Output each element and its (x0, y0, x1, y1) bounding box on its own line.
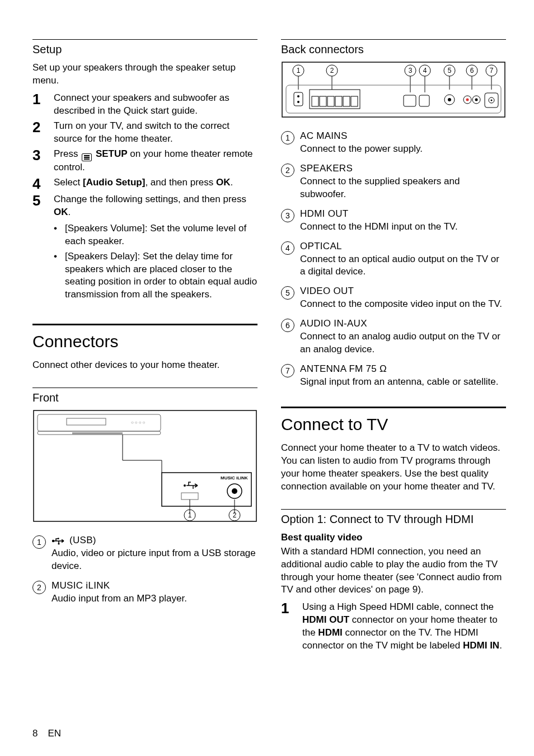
divider (281, 39, 506, 40)
callout-1: 1 (32, 535, 46, 549)
svg-rect-2 (67, 418, 106, 425)
page-footer: 8 EN (32, 722, 506, 739)
svg-rect-59 (419, 95, 429, 106)
callout-2: 2 (32, 581, 46, 594)
svg-rect-23 (58, 538, 59, 539)
front-def-1-title: (USB) (51, 534, 257, 547)
divider-thick (32, 324, 257, 325)
svg-rect-57 (351, 96, 358, 106)
option1-steps: 1Using a High Speed HDMI cable, connect … (281, 601, 506, 652)
svg-rect-5 (72, 432, 123, 435)
svg-rect-58 (404, 95, 416, 106)
svg-text:○○○○: ○○○○ (131, 420, 146, 425)
back-definitions: 1AC MAINSConnect to the power supply. 2S… (281, 130, 506, 389)
svg-rect-52 (312, 96, 318, 106)
front-heading: Front (32, 391, 257, 404)
step-4: 4Select [Audio Setup], and then press OK… (32, 176, 257, 191)
connectors-heading: Connectors (32, 332, 257, 351)
svg-text:7: 7 (490, 67, 494, 74)
svg-text:2: 2 (233, 511, 237, 519)
back-def-4: 4OPTICALConnect to an optical audio outp… (281, 240, 506, 279)
svg-text:3: 3 (409, 67, 413, 74)
connect-tv-heading: Connect to TV (281, 415, 506, 434)
svg-rect-55 (335, 96, 342, 106)
setup-steps: 1Connect your speakers and subwoofer as … (32, 92, 257, 301)
setup-intro: Set up your speakers through the speaker… (32, 62, 257, 87)
svg-rect-54 (327, 96, 334, 106)
svg-point-10 (184, 484, 186, 487)
svg-text:4: 4 (423, 67, 427, 74)
svg-rect-51 (310, 90, 360, 109)
substep-1: •[Speakers Volume]: Set the volume level… (54, 222, 257, 248)
back-heading: Back connectors (281, 43, 506, 56)
back-def-7: 7ANTENNA FM 75 ΩSignal input from an ant… (281, 363, 506, 389)
page-lang: EN (48, 728, 61, 739)
svg-point-61 (448, 98, 451, 101)
left-column: Setup Set up your speakers through the s… (32, 39, 257, 700)
back-def-6: 6AUDIO IN-AUXConnect to an analog audio … (281, 318, 506, 356)
option1-subheading: Best quality video (281, 531, 506, 544)
option1-step-1: 1Using a High Speed HDMI cable, connect … (281, 601, 506, 652)
substep-2: •[Speakers Delay]: Set the delay time fo… (54, 250, 257, 302)
svg-point-14 (232, 488, 237, 494)
svg-rect-11 (181, 493, 198, 500)
svg-rect-53 (320, 96, 326, 106)
right-column: Back connectors 1 2 3 4 5 6 7 (281, 39, 506, 700)
setup-substeps: •[Speakers Volume]: Set the volume level… (54, 222, 257, 302)
setup-heading: Setup (32, 43, 257, 56)
columns: Setup Set up your speakers through the s… (32, 39, 506, 700)
front-diagram: ○○○○ MUSIC iLINK (32, 410, 257, 524)
front-def-1: 1 (USB) Audio, video or picture input fr… (32, 534, 257, 573)
svg-point-68 (491, 100, 493, 101)
back-def-3: 3HDMI OUTConnect to the HDMI input on th… (281, 208, 506, 234)
option1-heading: Option 1: Connect to TV through HDMI (281, 513, 506, 526)
front-def-1-desc: Audio, video or picture input from a USB… (51, 547, 257, 573)
divider (281, 509, 506, 510)
setup-icon (82, 153, 92, 161)
svg-text:5: 5 (448, 67, 452, 74)
front-def-2: 2 MUSIC iLINK Audio input from an MP3 pl… (32, 580, 257, 605)
svg-rect-0 (34, 410, 256, 521)
divider (32, 388, 257, 388)
divider (32, 39, 257, 40)
step-3: 3Press SETUP on your home theater remote… (32, 148, 257, 174)
svg-rect-56 (343, 96, 350, 106)
option1-intro: With a standard HDMI connection, you nee… (281, 545, 506, 597)
svg-text:6: 6 (470, 67, 474, 74)
svg-text:1: 1 (297, 67, 301, 74)
connect-tv-intro: Connect your home theater to a TV to wat… (281, 442, 506, 493)
svg-point-49 (297, 95, 299, 97)
page-number: 8 (32, 728, 38, 739)
svg-text:MUSIC iLINK: MUSIC iLINK (221, 475, 248, 480)
svg-point-65 (475, 99, 478, 101)
step-1: 1Connect your speakers and subwoofer as … (32, 92, 257, 118)
svg-point-24 (58, 543, 59, 544)
back-def-1: 1AC MAINSConnect to the power supply. (281, 130, 506, 156)
divider-thick (281, 407, 506, 408)
connectors-intro: Connect other devices to your home theat… (32, 359, 257, 372)
svg-point-50 (297, 101, 299, 103)
svg-point-63 (466, 99, 469, 101)
svg-rect-48 (294, 92, 303, 106)
svg-text:2: 2 (330, 67, 334, 74)
step-5: 5Change the following settings, and then… (32, 193, 257, 219)
back-diagram: 1 2 3 4 5 6 7 (281, 62, 506, 120)
back-def-2: 2SPEAKERSConnect to the supplied speaker… (281, 162, 506, 201)
page: Setup Set up your speakers through the s… (0, 0, 534, 756)
front-def-2-desc: Audio input from an MP3 player. (51, 592, 257, 605)
front-definitions: 1 (USB) Audio, video or picture input fr… (32, 534, 257, 605)
front-def-2-title: MUSIC iLINK (51, 580, 257, 592)
back-def-5: 5VIDEO OUTConnect to the composite video… (281, 285, 506, 311)
step-2: 2Turn on your TV, and switch to the corr… (32, 120, 257, 146)
svg-text:1: 1 (188, 511, 192, 519)
